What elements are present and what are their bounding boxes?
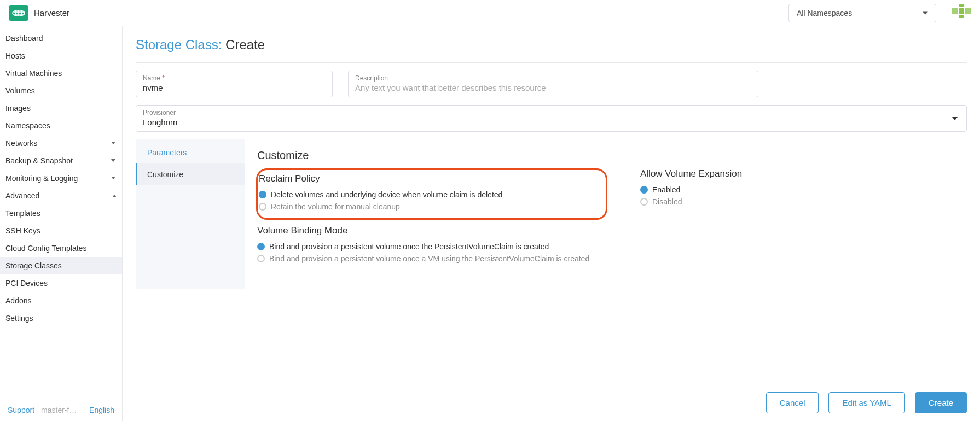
sidebar-item-label: Cloud Config Templates	[5, 244, 86, 253]
description-label: Description	[355, 74, 751, 82]
sidebar-item-virtual-machines[interactable]: Virtual Machines	[0, 65, 122, 82]
name-field[interactable]: Name *	[136, 71, 333, 97]
user-avatar[interactable]	[952, 3, 971, 23]
sidebar-item-label: Storage Classes	[5, 261, 62, 270]
expansion-option[interactable]: Disabled	[640, 196, 742, 208]
support-link[interactable]: Support	[8, 406, 34, 414]
sidebar-footer: Support master-f… English	[0, 399, 122, 421]
radio-icon	[257, 255, 265, 262]
sidebar-item-addons[interactable]: Addons	[0, 292, 122, 309]
reclaim-option-label: Delete volumes and underlying device whe…	[271, 190, 502, 199]
sidebar-item-cloud-config-templates[interactable]: Cloud Config Templates	[0, 239, 122, 257]
sidebar-item-label: Hosts	[5, 51, 25, 60]
sidebar-item-label: PCI Devices	[5, 279, 48, 288]
customize-heading: Customize	[257, 149, 955, 162]
reclaim-option[interactable]: Delete volumes and underlying device whe…	[259, 189, 599, 201]
binding-option-label: Bind and provision a persistent volume o…	[269, 254, 589, 263]
volume-expansion-title: Allow Volume Expansion	[640, 168, 742, 179]
sidebar-item-label: Templates	[5, 209, 40, 218]
action-bar: Cancel Edit as YAML Create	[123, 384, 980, 421]
config-panel: Parameters Customize Customize Reclaim P…	[136, 139, 967, 289]
version-label: master-f…	[41, 406, 83, 414]
expansion-option[interactable]: Enabled	[640, 184, 742, 196]
sidebar-item-label: Networks	[5, 139, 37, 148]
edit-yaml-button[interactable]: Edit as YAML	[828, 392, 905, 413]
binding-options: Bind and provision a persistent volume o…	[257, 241, 607, 265]
divider	[136, 62, 967, 63]
sidebar-item-label: SSH Keys	[5, 226, 40, 235]
sidebar-item-label: Backup & Snapshot	[5, 156, 73, 165]
harvester-logo-icon	[9, 5, 28, 21]
tab-parameters[interactable]: Parameters	[136, 142, 245, 163]
sidebar-item-advanced[interactable]: Advanced	[0, 187, 122, 204]
page-action: Create	[225, 37, 265, 52]
provisioner-label: Provisioner	[143, 109, 960, 116]
sidebar-item-dashboard[interactable]: Dashboard	[0, 30, 122, 47]
expansion-options: EnabledDisabled	[640, 184, 742, 208]
expansion-option-label: Enabled	[652, 185, 680, 194]
sidebar-item-namespaces[interactable]: Namespaces	[0, 117, 122, 135]
sidebar-item-label: Addons	[5, 296, 31, 305]
reclaim-option-label: Retain the volume for manual cleanup	[271, 202, 400, 211]
sidebar-item-label: Advanced	[5, 191, 39, 200]
sidebar-item-label: Images	[5, 104, 31, 113]
reclaim-policy-title: Reclaim Policy	[258, 173, 599, 184]
brand-title: Harvester	[34, 8, 69, 17]
sidebar-item-label: Namespaces	[5, 121, 50, 130]
sidebar-item-label: Monitoring & Logging	[5, 174, 78, 183]
sidebar-item-label: Dashboard	[5, 34, 43, 43]
sidebar-item-backup-snapshot[interactable]: Backup & Snapshot	[0, 152, 122, 169]
cancel-button[interactable]: Cancel	[766, 392, 819, 413]
sidebar-item-ssh-keys[interactable]: SSH Keys	[0, 222, 122, 239]
reclaim-policy-highlight: Reclaim Policy Delete volumes and underl…	[256, 168, 607, 220]
main-pane: Storage Class: Create Name * Description	[123, 26, 980, 421]
chevron-down-icon	[111, 141, 117, 146]
sidebar-item-networks[interactable]: Networks	[0, 135, 122, 152]
chevron-down-icon	[111, 193, 117, 198]
provisioner-value: Longhorn	[143, 116, 960, 127]
create-button[interactable]: Create	[915, 392, 967, 413]
top-header: Harvester All Namespaces	[0, 0, 980, 26]
sidebar: DashboardHostsVirtual MachinesVolumesIma…	[0, 26, 123, 421]
radio-icon	[259, 203, 266, 210]
binding-mode-title: Volume Binding Mode	[257, 225, 607, 236]
chevron-down-icon	[111, 158, 117, 163]
namespace-selector[interactable]: All Namespaces	[788, 4, 936, 22]
name-label: Name *	[143, 74, 326, 82]
sidebar-item-label: Volumes	[5, 86, 35, 95]
tab-customize[interactable]: Customize	[136, 163, 245, 185]
name-input[interactable]	[143, 82, 326, 92]
breadcrumb[interactable]: Storage Class:	[136, 37, 222, 52]
binding-option[interactable]: Bind and provision a persistent volume o…	[257, 253, 607, 265]
panel-body: Customize Reclaim Policy Delete volumes …	[245, 139, 967, 289]
binding-option[interactable]: Bind and provision a persistent volume o…	[257, 241, 607, 253]
radio-icon	[259, 191, 266, 198]
language-link[interactable]: English	[89, 406, 114, 414]
sidebar-item-volumes[interactable]: Volumes	[0, 82, 122, 100]
radio-icon	[640, 186, 648, 194]
chevron-down-icon	[111, 176, 117, 181]
sidebar-item-templates[interactable]: Templates	[0, 204, 122, 222]
sidebar-item-label: Virtual Machines	[5, 69, 62, 78]
nav-list: DashboardHostsVirtual MachinesVolumesIma…	[0, 30, 122, 399]
provisioner-select[interactable]: Provisioner Longhorn	[136, 105, 967, 132]
sidebar-item-hosts[interactable]: Hosts	[0, 47, 122, 65]
radio-icon	[640, 198, 648, 206]
sidebar-item-pci-devices[interactable]: PCI Devices	[0, 274, 122, 292]
panel-tabs: Parameters Customize	[136, 139, 245, 289]
reclaim-options: Delete volumes and underlying device whe…	[258, 189, 599, 213]
description-field[interactable]: Description	[348, 71, 758, 97]
sidebar-item-images[interactable]: Images	[0, 100, 122, 117]
binding-option-label: Bind and provision a persistent volume o…	[269, 242, 549, 251]
sidebar-item-settings[interactable]: Settings	[0, 309, 122, 327]
sidebar-item-storage-classes[interactable]: Storage Classes	[0, 257, 122, 274]
namespace-selector-value: All Namespaces	[797, 9, 852, 17]
radio-icon	[257, 243, 265, 250]
page-title: Storage Class: Create	[136, 37, 967, 52]
description-input[interactable]	[355, 82, 751, 92]
reclaim-option[interactable]: Retain the volume for manual cleanup	[259, 201, 599, 213]
sidebar-item-monitoring-logging[interactable]: Monitoring & Logging	[0, 169, 122, 187]
expansion-option-label: Disabled	[652, 197, 682, 206]
sidebar-item-label: Settings	[5, 314, 33, 323]
